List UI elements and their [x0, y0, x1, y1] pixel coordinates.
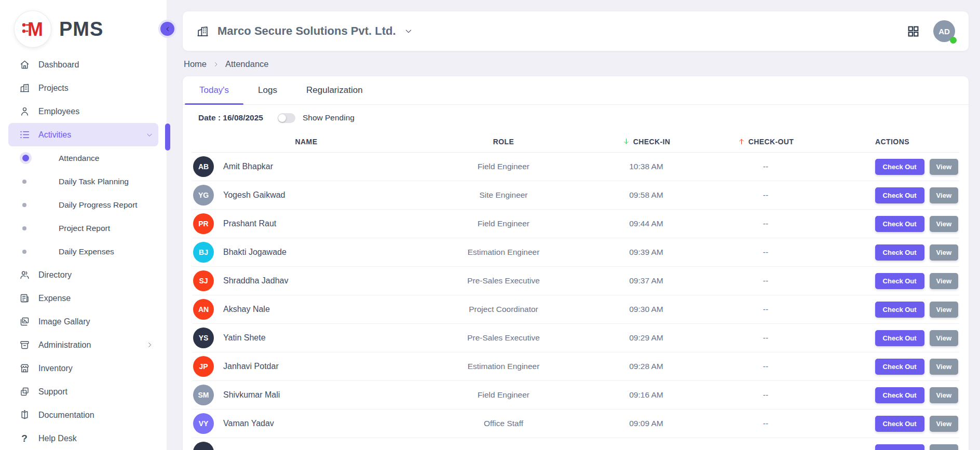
show-pending-toggle[interactable] [278, 113, 295, 123]
tabs: Today's Logs Regularization [183, 76, 969, 105]
check-out-button[interactable]: Check Out [875, 387, 924, 403]
breadcrumb-current: Attendance [225, 59, 268, 69]
check-out-button[interactable]: Check Out [875, 273, 924, 289]
employee-name: Prashant Raut [223, 219, 276, 228]
sidebar-item-help-desk[interactable]: ? Help Desk [8, 427, 158, 450]
sidebar-item-label: Projects [38, 84, 69, 93]
col-check-in[interactable]: CHECK-IN [587, 138, 706, 146]
tab-todays[interactable]: Today's [185, 76, 243, 104]
employee-role: Field Engineer [420, 390, 587, 400]
view-button[interactable]: View [930, 359, 958, 375]
view-button[interactable]: View [930, 216, 958, 232]
check-out-button[interactable]: Check Out [875, 159, 924, 175]
breadcrumb: Home Attendance [184, 59, 969, 69]
check-out-time: -- [706, 219, 825, 228]
check-in-time: 09:58 AM [587, 190, 706, 200]
check-out-button[interactable]: Check Out [875, 216, 924, 232]
attendance-table: NAME ROLE CHECK-IN CHECK-OUT ACTIONS AB … [183, 131, 969, 450]
employee-name: Janhavi Potdar [223, 362, 279, 371]
col-role: ROLE [420, 138, 587, 146]
col-actions: ACTIONS [825, 138, 959, 146]
chevron-down-icon [146, 131, 153, 139]
employee-avatar: BJ [193, 242, 214, 263]
check-out-button[interactable]: Check Out [875, 359, 924, 375]
sidebar-item-image-gallary[interactable]: Image Gallary [8, 310, 158, 333]
user-avatar[interactable]: AD [933, 20, 955, 42]
sidebar-subitem-daily-expenses[interactable]: Daily Expenses [8, 240, 158, 263]
check-in-time: 09:37 AM [587, 276, 706, 285]
sidebar-item-administration[interactable]: Administration [8, 333, 158, 357]
logo-row: M PMS [0, 0, 167, 50]
view-button[interactable]: View [930, 302, 958, 318]
tab-logs[interactable]: Logs [243, 76, 292, 104]
sidebar-item-directory[interactable]: Directory [8, 263, 158, 287]
check-in-time: 09:28 AM [587, 362, 706, 371]
store-icon [19, 363, 30, 374]
sidebar-item-support[interactable]: Support [8, 380, 158, 403]
check-out-button[interactable]: Check Out [875, 244, 924, 261]
sidebar-item-expense[interactable]: Expense [8, 287, 158, 310]
people-icon [19, 269, 30, 281]
check-out-button[interactable]: Check Out [875, 302, 924, 318]
employee-name: Yatin Shete [223, 333, 266, 343]
breadcrumb-home[interactable]: Home [184, 59, 207, 69]
arrow-up-icon [738, 138, 745, 145]
view-button[interactable]: View [930, 244, 958, 261]
avatar-initials: AD [938, 27, 950, 36]
table-row: YG Yogesh Gaikwad Site Engineer 09:58 AM… [192, 181, 959, 210]
main-area: Marco Secure Solutions Pvt. Ltd. AD Home… [167, 0, 980, 450]
sidebar-item-documentation[interactable]: Documentation [8, 403, 158, 427]
chevron-right-icon [146, 342, 153, 348]
sidebar-item-inventory[interactable]: Inventory [8, 357, 158, 380]
sidebar-item-dashboard[interactable]: Dashboard [8, 53, 158, 76]
person-icon [19, 106, 30, 117]
sidebar-item-activities[interactable]: Activities [8, 123, 158, 146]
view-button[interactable]: View [930, 444, 958, 450]
check-out-time: -- [706, 390, 825, 400]
employee-avatar: YS [193, 328, 214, 348]
sidebar-subitem-attendance[interactable]: Attendance [8, 146, 158, 170]
employee-avatar: AB [193, 156, 214, 177]
employee-name: Vaman Yadav [223, 419, 274, 428]
sidebar-collapse-button[interactable] [160, 22, 174, 36]
company-selector[interactable]: Marco Secure Solutions Pvt. Ltd. [196, 24, 413, 38]
dot-icon [22, 226, 26, 230]
col-check-out[interactable]: CHECK-OUT [706, 138, 825, 146]
check-in-time: 09:30 AM [587, 305, 706, 314]
check-out-button[interactable]: Check Out [875, 330, 924, 346]
toggle-knob [278, 114, 286, 122]
sidebar-subitem-label: Daily Task Planning [59, 177, 129, 186]
view-button[interactable]: View [930, 273, 958, 289]
view-button[interactable]: View [930, 159, 958, 175]
check-out-button[interactable]: Check Out [875, 416, 924, 432]
sidebar-item-projects[interactable]: Projects [8, 76, 158, 100]
check-out-button[interactable]: Check Out [875, 187, 924, 203]
copy-icon [19, 386, 30, 398]
employee-avatar: YG [193, 185, 214, 206]
apps-grid-icon[interactable] [907, 25, 920, 38]
employee-avatar: SM [193, 385, 214, 405]
home-icon [19, 59, 30, 71]
check-out-time: -- [706, 305, 825, 314]
view-button[interactable]: View [930, 187, 958, 203]
sidebar-item-employees[interactable]: Employees [8, 100, 158, 123]
employee-name: Bhakti Jogawade [223, 248, 287, 257]
sidebar-item-label: Image Gallary [38, 317, 90, 326]
tab-regularization[interactable]: Regularization [292, 76, 377, 104]
employee-role: Project Coordinator [420, 305, 587, 314]
sidebar-subitem-daily-task-planning[interactable]: Daily Task Planning [8, 170, 158, 193]
sidebar-subitem-daily-progress-report[interactable]: Daily Progress Report [8, 193, 158, 216]
view-button[interactable]: View [930, 330, 958, 346]
view-button[interactable]: View [930, 416, 958, 432]
view-button[interactable]: View [930, 387, 958, 403]
dot-icon [22, 250, 26, 254]
check-out-button[interactable]: Check Out [875, 444, 924, 450]
sidebar-subitem-label: Daily Progress Report [59, 200, 138, 210]
employee-name: Yogesh Gaikwad [223, 190, 285, 200]
employee-name: Amit Bhapkar [223, 162, 273, 171]
sidebar-subitem-project-report[interactable]: Project Report [8, 216, 158, 240]
sidebar-item-label: Inventory [38, 364, 73, 373]
buildings-icon [19, 83, 30, 94]
table-body: AB Amit Bhapkar Field Engineer 10:38 AM … [192, 153, 959, 450]
employee-avatar [193, 442, 214, 450]
